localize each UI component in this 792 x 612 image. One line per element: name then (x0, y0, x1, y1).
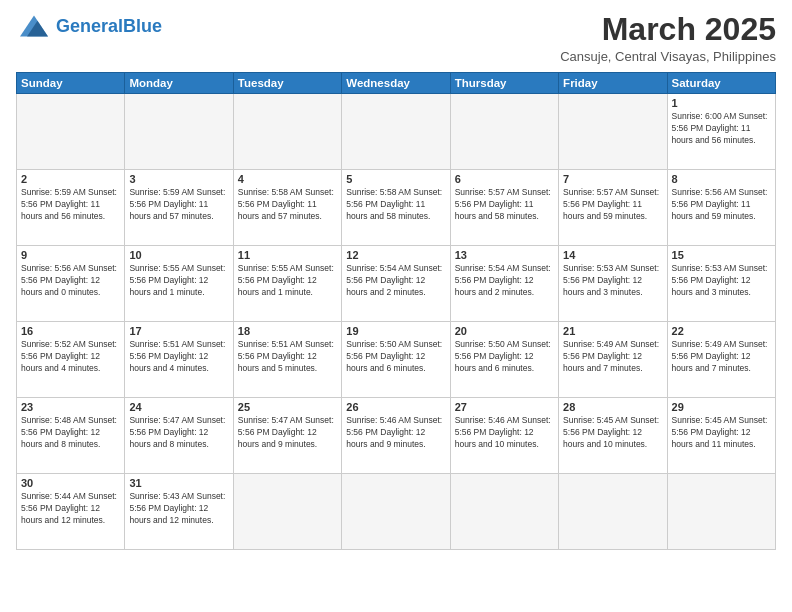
title-block: March 2025 Cansuje, Central Visayas, Phi… (560, 12, 776, 64)
day-info: Sunrise: 5:45 AM Sunset: 5:56 PM Dayligh… (672, 415, 771, 451)
day-info: Sunrise: 5:58 AM Sunset: 5:56 PM Dayligh… (346, 187, 445, 223)
day-info: Sunrise: 5:49 AM Sunset: 5:56 PM Dayligh… (563, 339, 662, 375)
calendar-cell: 18Sunrise: 5:51 AM Sunset: 5:56 PM Dayli… (233, 322, 341, 398)
day-info: Sunrise: 5:56 AM Sunset: 5:56 PM Dayligh… (672, 187, 771, 223)
weekday-monday: Monday (125, 73, 233, 94)
day-info: Sunrise: 5:59 AM Sunset: 5:56 PM Dayligh… (21, 187, 120, 223)
day-number: 23 (21, 401, 120, 413)
calendar-week-4: 16Sunrise: 5:52 AM Sunset: 5:56 PM Dayli… (17, 322, 776, 398)
logo-text: GeneralBlue (56, 17, 162, 35)
weekday-friday: Friday (559, 73, 667, 94)
day-info: Sunrise: 5:57 AM Sunset: 5:56 PM Dayligh… (563, 187, 662, 223)
day-info: Sunrise: 5:50 AM Sunset: 5:56 PM Dayligh… (346, 339, 445, 375)
day-info: Sunrise: 5:51 AM Sunset: 5:56 PM Dayligh… (129, 339, 228, 375)
header: GeneralBlue March 2025 Cansuje, Central … (16, 12, 776, 64)
day-number: 20 (455, 325, 554, 337)
day-info: Sunrise: 5:49 AM Sunset: 5:56 PM Dayligh… (672, 339, 771, 375)
day-number: 12 (346, 249, 445, 261)
calendar-week-6: 30Sunrise: 5:44 AM Sunset: 5:56 PM Dayli… (17, 474, 776, 550)
day-number: 7 (563, 173, 662, 185)
calendar-week-5: 23Sunrise: 5:48 AM Sunset: 5:56 PM Dayli… (17, 398, 776, 474)
day-number: 1 (672, 97, 771, 109)
calendar-cell (450, 94, 558, 170)
weekday-saturday: Saturday (667, 73, 775, 94)
calendar-week-3: 9Sunrise: 5:56 AM Sunset: 5:56 PM Daylig… (17, 246, 776, 322)
calendar-cell: 4Sunrise: 5:58 AM Sunset: 5:56 PM Daylig… (233, 170, 341, 246)
calendar-cell: 14Sunrise: 5:53 AM Sunset: 5:56 PM Dayli… (559, 246, 667, 322)
calendar-cell: 3Sunrise: 5:59 AM Sunset: 5:56 PM Daylig… (125, 170, 233, 246)
day-number: 3 (129, 173, 228, 185)
day-info: Sunrise: 5:54 AM Sunset: 5:56 PM Dayligh… (346, 263, 445, 299)
day-info: Sunrise: 5:56 AM Sunset: 5:56 PM Dayligh… (21, 263, 120, 299)
calendar-cell (450, 474, 558, 550)
day-number: 24 (129, 401, 228, 413)
day-number: 27 (455, 401, 554, 413)
calendar-cell: 9Sunrise: 5:56 AM Sunset: 5:56 PM Daylig… (17, 246, 125, 322)
calendar-cell: 2Sunrise: 5:59 AM Sunset: 5:56 PM Daylig… (17, 170, 125, 246)
weekday-thursday: Thursday (450, 73, 558, 94)
calendar-cell (559, 94, 667, 170)
day-number: 15 (672, 249, 771, 261)
day-number: 10 (129, 249, 228, 261)
day-number: 26 (346, 401, 445, 413)
calendar-cell: 27Sunrise: 5:46 AM Sunset: 5:56 PM Dayli… (450, 398, 558, 474)
calendar-header: SundayMondayTuesdayWednesdayThursdayFrid… (17, 73, 776, 94)
calendar-cell: 20Sunrise: 5:50 AM Sunset: 5:56 PM Dayli… (450, 322, 558, 398)
day-number: 30 (21, 477, 120, 489)
calendar-cell: 22Sunrise: 5:49 AM Sunset: 5:56 PM Dayli… (667, 322, 775, 398)
day-info: Sunrise: 5:53 AM Sunset: 5:56 PM Dayligh… (672, 263, 771, 299)
day-number: 8 (672, 173, 771, 185)
day-info: Sunrise: 5:54 AM Sunset: 5:56 PM Dayligh… (455, 263, 554, 299)
day-number: 14 (563, 249, 662, 261)
weekday-wednesday: Wednesday (342, 73, 450, 94)
day-number: 5 (346, 173, 445, 185)
day-number: 9 (21, 249, 120, 261)
calendar-cell: 29Sunrise: 5:45 AM Sunset: 5:56 PM Dayli… (667, 398, 775, 474)
calendar-cell: 6Sunrise: 5:57 AM Sunset: 5:56 PM Daylig… (450, 170, 558, 246)
calendar-cell: 25Sunrise: 5:47 AM Sunset: 5:56 PM Dayli… (233, 398, 341, 474)
calendar-cell: 16Sunrise: 5:52 AM Sunset: 5:56 PM Dayli… (17, 322, 125, 398)
day-number: 16 (21, 325, 120, 337)
day-info: Sunrise: 5:53 AM Sunset: 5:56 PM Dayligh… (563, 263, 662, 299)
weekday-sunday: Sunday (17, 73, 125, 94)
day-info: Sunrise: 5:50 AM Sunset: 5:56 PM Dayligh… (455, 339, 554, 375)
day-info: Sunrise: 5:47 AM Sunset: 5:56 PM Dayligh… (238, 415, 337, 451)
day-info: Sunrise: 5:55 AM Sunset: 5:56 PM Dayligh… (238, 263, 337, 299)
calendar-cell: 10Sunrise: 5:55 AM Sunset: 5:56 PM Dayli… (125, 246, 233, 322)
calendar-cell: 21Sunrise: 5:49 AM Sunset: 5:56 PM Dayli… (559, 322, 667, 398)
month-title: March 2025 (560, 12, 776, 47)
calendar-cell (559, 474, 667, 550)
day-info: Sunrise: 5:45 AM Sunset: 5:56 PM Dayligh… (563, 415, 662, 451)
calendar-cell: 17Sunrise: 5:51 AM Sunset: 5:56 PM Dayli… (125, 322, 233, 398)
calendar-cell: 1Sunrise: 6:00 AM Sunset: 5:56 PM Daylig… (667, 94, 775, 170)
calendar-cell: 7Sunrise: 5:57 AM Sunset: 5:56 PM Daylig… (559, 170, 667, 246)
day-number: 25 (238, 401, 337, 413)
day-number: 22 (672, 325, 771, 337)
day-number: 4 (238, 173, 337, 185)
calendar-cell (125, 94, 233, 170)
calendar-cell: 8Sunrise: 5:56 AM Sunset: 5:56 PM Daylig… (667, 170, 775, 246)
calendar-cell: 11Sunrise: 5:55 AM Sunset: 5:56 PM Dayli… (233, 246, 341, 322)
day-number: 28 (563, 401, 662, 413)
day-info: Sunrise: 5:52 AM Sunset: 5:56 PM Dayligh… (21, 339, 120, 375)
day-info: Sunrise: 5:46 AM Sunset: 5:56 PM Dayligh… (455, 415, 554, 451)
day-info: Sunrise: 5:47 AM Sunset: 5:56 PM Dayligh… (129, 415, 228, 451)
day-number: 21 (563, 325, 662, 337)
calendar-cell: 13Sunrise: 5:54 AM Sunset: 5:56 PM Dayli… (450, 246, 558, 322)
calendar-cell: 12Sunrise: 5:54 AM Sunset: 5:56 PM Dayli… (342, 246, 450, 322)
logo: GeneralBlue (16, 12, 162, 40)
calendar-week-1: 1Sunrise: 6:00 AM Sunset: 5:56 PM Daylig… (17, 94, 776, 170)
location-subtitle: Cansuje, Central Visayas, Philippines (560, 49, 776, 64)
calendar-page: GeneralBlue March 2025 Cansuje, Central … (0, 0, 792, 612)
calendar-cell (342, 94, 450, 170)
day-number: 11 (238, 249, 337, 261)
logo-icon (16, 12, 52, 40)
calendar-cell: 30Sunrise: 5:44 AM Sunset: 5:56 PM Dayli… (17, 474, 125, 550)
calendar-cell (17, 94, 125, 170)
day-info: Sunrise: 5:57 AM Sunset: 5:56 PM Dayligh… (455, 187, 554, 223)
calendar-table: SundayMondayTuesdayWednesdayThursdayFrid… (16, 72, 776, 550)
calendar-cell (667, 474, 775, 550)
day-number: 18 (238, 325, 337, 337)
calendar-cell: 5Sunrise: 5:58 AM Sunset: 5:56 PM Daylig… (342, 170, 450, 246)
day-info: Sunrise: 5:44 AM Sunset: 5:56 PM Dayligh… (21, 491, 120, 527)
